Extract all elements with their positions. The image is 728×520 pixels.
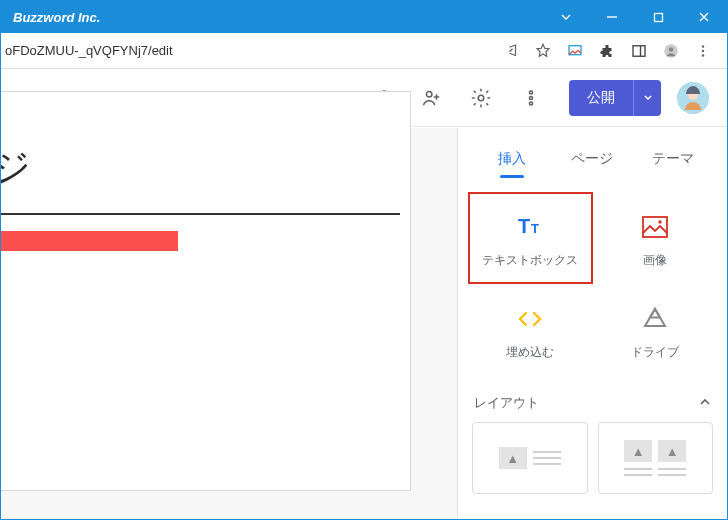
publish-dropdown[interactable] <box>633 80 661 116</box>
profile-icon[interactable] <box>655 35 687 67</box>
svg-point-13 <box>529 96 532 99</box>
svg-point-12 <box>529 90 532 93</box>
lines-icon <box>624 468 652 476</box>
chevron-down-icon[interactable] <box>543 1 589 33</box>
lines-icon <box>533 451 561 465</box>
svg-point-10 <box>426 91 432 97</box>
side-panel: 挿入 ページ テーマ TT テキストボックス 画像 埋め込む ドライブ レイア <box>457 128 727 519</box>
drive-icon <box>642 301 668 337</box>
more-button[interactable] <box>509 78 553 118</box>
insert-label: 埋め込む <box>506 345 554 359</box>
thumb-icon: ▲ <box>624 440 652 462</box>
thumb-icon: ▲ <box>499 447 527 469</box>
chevron-up-icon <box>699 396 711 411</box>
extensions-icon[interactable] <box>591 35 623 67</box>
editor-canvas[interactable]: ジ <box>1 128 457 519</box>
embed-icon <box>516 301 544 337</box>
insert-image[interactable]: 画像 <box>593 192 718 284</box>
svg-rect-2 <box>633 45 645 56</box>
svg-point-7 <box>702 54 704 56</box>
svg-rect-19 <box>643 217 667 237</box>
svg-point-14 <box>529 101 532 104</box>
screenshot-icon[interactable] <box>559 35 591 67</box>
textbox-icon: TT <box>515 209 545 245</box>
insert-drive[interactable]: ドライブ <box>593 284 718 376</box>
tab-insert[interactable]: 挿入 <box>472 140 552 178</box>
maximize-button[interactable] <box>635 1 681 33</box>
svg-point-5 <box>702 45 704 47</box>
insert-label: テキストボックス <box>482 253 578 267</box>
window-title: Buzzword Inc. <box>13 10 543 25</box>
tab-page[interactable]: ページ <box>552 140 632 178</box>
layout-section-header[interactable]: レイアウト <box>458 380 727 422</box>
share-add-person-button[interactable] <box>409 78 453 118</box>
layout-templates: ▲ ▲ ▲ <box>458 422 727 494</box>
minimize-button[interactable] <box>589 1 635 33</box>
account-avatar[interactable] <box>677 82 709 114</box>
image-icon <box>642 209 668 245</box>
lines-icon <box>658 468 686 476</box>
page-heading[interactable]: ジ <box>0 142 400 215</box>
page[interactable]: ジ <box>0 91 411 491</box>
sidepanel-icon[interactable] <box>623 35 655 67</box>
thumb-icon: ▲ <box>658 440 686 462</box>
layout-label: レイアウト <box>474 394 539 412</box>
settings-button[interactable] <box>459 78 503 118</box>
workarea: ジ 挿入 ページ テーマ TT テキストボックス 画像 埋め込む <box>1 128 727 519</box>
panel-tabs: 挿入 ページ テーマ <box>458 128 727 178</box>
publish-button-group: 公開 <box>569 80 661 116</box>
svg-text:T: T <box>531 221 539 236</box>
insert-label: 画像 <box>643 253 667 267</box>
insert-label: ドライブ <box>631 345 679 359</box>
window-titlebar: Buzzword Inc. <box>1 1 727 33</box>
svg-point-11 <box>478 95 484 101</box>
close-button[interactable] <box>681 1 727 33</box>
insert-textbox[interactable]: TT テキストボックス <box>468 192 593 284</box>
svg-point-20 <box>658 220 661 223</box>
highlight-bar[interactable] <box>0 231 178 251</box>
layout-template-1[interactable]: ▲ <box>472 422 588 494</box>
insert-grid: TT テキストボックス 画像 埋め込む ドライブ <box>458 178 727 380</box>
star-icon[interactable] <box>527 35 559 67</box>
share-icon[interactable] <box>495 35 527 67</box>
publish-button[interactable]: 公開 <box>569 80 633 116</box>
svg-point-4 <box>669 47 674 52</box>
kebab-menu-icon[interactable] <box>687 35 719 67</box>
insert-embed[interactable]: 埋め込む <box>468 284 593 376</box>
url-text[interactable]: oFDoZMUU-_qVQFYNj7/edit <box>1 43 495 58</box>
layout-template-2[interactable]: ▲ ▲ <box>598 422 714 494</box>
tab-theme[interactable]: テーマ <box>633 140 713 178</box>
svg-rect-0 <box>654 13 662 21</box>
svg-text:T: T <box>518 215 530 237</box>
svg-point-6 <box>702 49 704 51</box>
window-controls <box>543 1 727 33</box>
address-bar: oFDoZMUU-_qVQFYNj7/edit <box>1 33 727 69</box>
